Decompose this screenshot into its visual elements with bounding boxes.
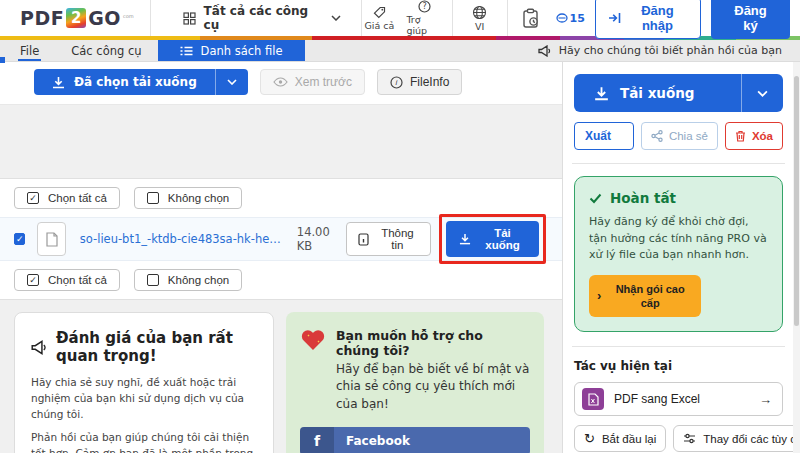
download-icon	[459, 233, 471, 245]
feedback-link[interactable]: Hãy cho chúng tôi biết phản hồi của bạn	[538, 40, 800, 61]
get-premium-button[interactable]: › Nhận gói cao cấp	[589, 275, 701, 318]
download-icon	[52, 76, 65, 89]
sidebar: Tải xuống Xuất Chia sẻ Xóa	[562, 62, 793, 453]
share-card-text: Hãy để bạn bè biết về bí mật và chia sẻ …	[336, 361, 530, 413]
tab-filelist-label: Danh sách file	[201, 44, 283, 58]
page-scrollbar[interactable]	[793, 62, 800, 453]
eye-icon	[273, 77, 288, 87]
login-button[interactable]: Đăng nhập	[595, 0, 701, 39]
all-tools-menu[interactable]: Tất cả các công cụ	[163, 0, 362, 36]
current-task-heading: Tác vụ hiện tại	[574, 359, 783, 373]
select-all-button[interactable]: ✓ Chọn tất cả	[14, 187, 120, 209]
all-tools-label: Tất cả các công cụ	[204, 4, 324, 32]
select-all-label: Chọn tất cả	[48, 192, 107, 204]
share-card: Bạn muốn hỗ trợ cho chúng tôi? Hãy để bạ…	[286, 312, 544, 453]
file-download-label: Tải xuống	[479, 227, 526, 251]
rating-card-title: Đánh giá của bạn rất quan trọng!	[56, 329, 257, 365]
check-icon	[589, 193, 602, 204]
checked-checkbox-icon: ✓	[27, 274, 39, 286]
empty-checkbox-icon	[147, 192, 159, 204]
empty-checkbox-icon	[147, 274, 159, 286]
download-icon	[594, 86, 609, 101]
info-circle-icon: i	[390, 76, 403, 89]
facebook-icon: f	[300, 427, 334, 453]
share-facebook-button[interactable]: f Facebook	[300, 427, 530, 453]
facebook-label: Facebook	[334, 434, 410, 448]
app-window: PDF 2 GO com Tất cả các công cụ Giá cả ?…	[0, 0, 800, 453]
tab-bar: File Các công cụ Danh sách file Hãy cho …	[0, 40, 800, 62]
language-label: VI	[475, 21, 484, 32]
sidebar-download-caret[interactable]	[741, 74, 783, 112]
scrollbar-thumb[interactable]	[794, 76, 799, 326]
language-selector[interactable]: VI	[463, 5, 497, 32]
heart-icon	[300, 328, 326, 352]
deselect-button[interactable]: Không chọn	[134, 187, 242, 209]
fileinfo-button[interactable]: i FileInfo	[377, 69, 462, 95]
sliders-icon	[683, 433, 696, 444]
current-task-button[interactable]: PDF sang Excel →	[574, 382, 783, 416]
select-all-label: Chọn tất cả	[48, 274, 107, 286]
rating-card: Đánh giá của bạn rất quan trọng! Hãy chi…	[14, 312, 274, 453]
login-label: Đăng nhập	[627, 3, 688, 33]
divider	[572, 163, 785, 164]
file-checkbox[interactable]: ✓	[14, 233, 25, 245]
divider	[452, 0, 453, 36]
task-history-button[interactable]	[518, 8, 546, 29]
rating-card-text-2: Phản hồi của bạn giúp chúng tôi cải thiệ…	[31, 430, 257, 453]
restart-button[interactable]: ↻ Bắt đầu lại	[574, 425, 666, 452]
file-size: 14.00 KB	[297, 225, 346, 253]
share-button[interactable]: Chia sẻ	[641, 122, 718, 150]
question-circle-icon: ?	[418, 0, 431, 13]
refresh-icon: ↻	[584, 432, 595, 445]
file-download-button[interactable]: Tải xuống	[446, 221, 539, 257]
preview-button[interactable]: Xem trước	[260, 69, 365, 95]
completion-title: Hoàn tất	[610, 190, 676, 206]
select-all-button-bottom[interactable]: ✓ Chọn tất cả	[14, 269, 120, 291]
svg-text:?: ?	[422, 2, 426, 11]
header: PDF 2 GO com Tất cả các công cụ Giá cả ?…	[0, 0, 800, 36]
pdf-to-excel-icon	[582, 388, 604, 410]
fileinfo-label: FileInfo	[410, 75, 449, 89]
sidebar-task-actions: ↻ Bắt đầu lại Thay đổi các tùy chọn	[574, 425, 783, 452]
download-selected-caret[interactable]	[215, 69, 248, 95]
export-button[interactable]: Xuất	[574, 122, 634, 150]
deselect-label: Không chọn	[168, 274, 229, 286]
divider	[572, 346, 785, 347]
pricing-link[interactable]: Giá cả	[362, 6, 396, 31]
tab-filelist[interactable]: Danh sách file	[158, 40, 305, 61]
main-content: Đã chọn tải xuống Xem trước i FileInfo	[0, 62, 562, 453]
tab-tools[interactable]: Các công cụ	[55, 40, 157, 61]
arrow-right-icon: →	[759, 392, 772, 407]
pdf2go-logo[interactable]: PDF 2 GO com	[20, 7, 134, 29]
file-info-label: Thông tin	[376, 227, 419, 251]
logo-2-badge: 2	[66, 8, 86, 28]
change-options-button[interactable]: Thay đổi các tùy chọn	[673, 425, 800, 452]
deselect-button-bottom[interactable]: Không chọn	[134, 269, 242, 291]
deselect-label: Không chọn	[168, 192, 229, 204]
content-spacer	[0, 105, 562, 178]
edge-fragment	[0, 57, 5, 63]
change-options-label: Thay đổi các tùy chọn	[703, 433, 800, 445]
share-label: Chia sẻ	[669, 130, 708, 142]
credits-value: 15	[570, 12, 585, 25]
file-info-button[interactable]: Thông tin	[346, 222, 431, 256]
divider	[507, 0, 508, 36]
credits-counter[interactable]: 15	[556, 12, 585, 25]
divider	[150, 0, 151, 36]
download-selected-label: Đã chọn tải xuống	[74, 75, 197, 89]
clipboard-clock-icon	[522, 8, 541, 29]
tab-file[interactable]: File	[4, 40, 55, 61]
tag-icon	[373, 6, 386, 19]
grid-icon	[183, 12, 196, 25]
pricing-label: Giá cả	[364, 20, 394, 31]
signup-button[interactable]: Đăng ký	[711, 0, 790, 39]
help-link[interactable]: ? Trợ giúp	[406, 0, 441, 36]
sidebar-download-label: Tải xuống	[620, 85, 695, 101]
sidebar-download-split-button[interactable]: Tải xuống	[574, 74, 783, 112]
file-name-link[interactable]: so-lieu-bt1_-ktdb-cie483sa-hk-he_-2019-2…	[80, 232, 285, 246]
toolbar: Đã chọn tải xuống Xem trước i FileInfo	[0, 62, 562, 105]
selection-controls-bottom: ✓ Chọn tất cả Không chọn	[0, 261, 562, 299]
delete-button[interactable]: Xóa	[725, 122, 783, 150]
current-task-name: PDF sang Excel	[614, 392, 700, 406]
download-selected-split-button[interactable]: Đã chọn tải xuống	[34, 69, 248, 95]
